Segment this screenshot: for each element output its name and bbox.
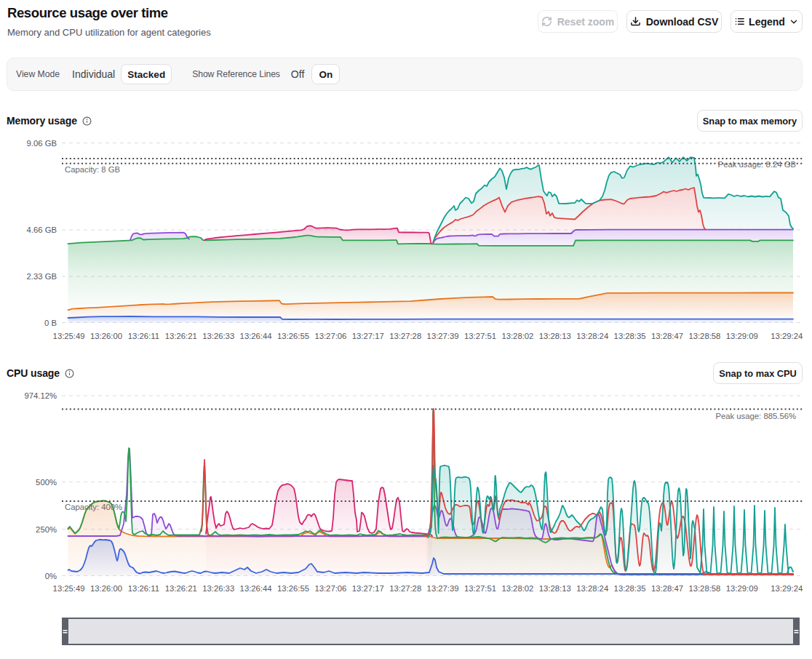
svg-text:13:26:33: 13:26:33 (202, 332, 234, 340)
svg-text:9.06 GB: 9.06 GB (27, 139, 57, 148)
svg-text:Peak usage: 8.24 GB: Peak usage: 8.24 GB (718, 160, 796, 169)
svg-text:13:27:17: 13:27:17 (352, 332, 384, 340)
svg-text:13:28:02: 13:28:02 (501, 332, 533, 340)
svg-text:4.66 GB: 4.66 GB (27, 225, 57, 234)
svg-text:0%: 0% (45, 572, 57, 580)
svg-text:13:26:00: 13:26:00 (90, 332, 122, 340)
svg-text:13:28:24: 13:28:24 (576, 584, 608, 593)
svg-text:13:26:44: 13:26:44 (240, 332, 272, 340)
svg-text:13:28:58: 13:28:58 (688, 584, 720, 593)
svg-text:13:26:21: 13:26:21 (165, 584, 197, 593)
svg-text:250%: 250% (36, 525, 57, 534)
svg-text:13:27:51: 13:27:51 (464, 584, 496, 593)
svg-text:13:27:17: 13:27:17 (352, 584, 384, 593)
svg-text:13:27:39: 13:27:39 (427, 584, 459, 593)
svg-text:Peak usage: 885.56%: Peak usage: 885.56% (715, 412, 796, 420)
svg-text:13:25:49: 13:25:49 (53, 584, 85, 593)
svg-text:13:26:55: 13:26:55 (277, 332, 309, 340)
svg-text:13:26:11: 13:26:11 (128, 584, 159, 593)
svg-text:13:28:47: 13:28:47 (651, 584, 683, 593)
svg-text:2.33 GB: 2.33 GB (27, 272, 57, 281)
svg-text:13:29:09: 13:29:09 (726, 584, 758, 593)
svg-text:13:27:39: 13:27:39 (427, 332, 459, 340)
svg-text:13:26:21: 13:26:21 (165, 332, 197, 340)
svg-text:13:29:09: 13:29:09 (726, 332, 758, 340)
svg-text:13:27:28: 13:27:28 (389, 584, 421, 593)
svg-text:13:28:13: 13:28:13 (539, 584, 571, 593)
svg-text:13:28:02: 13:28:02 (501, 584, 533, 593)
svg-text:13:28:24: 13:28:24 (576, 332, 608, 340)
svg-text:13:28:35: 13:28:35 (614, 332, 646, 340)
svg-text:13:27:06: 13:27:06 (314, 332, 346, 340)
svg-text:13:27:28: 13:27:28 (389, 332, 421, 340)
svg-text:0 B: 0 B (44, 319, 57, 327)
svg-text:13:28:47: 13:28:47 (651, 332, 683, 340)
svg-text:13:29:24: 13:29:24 (771, 332, 803, 340)
svg-text:13:27:51: 13:27:51 (464, 332, 496, 340)
svg-text:13:26:11: 13:26:11 (128, 332, 159, 340)
svg-text:974.12%: 974.12% (24, 391, 57, 400)
svg-text:500%: 500% (36, 478, 57, 487)
svg-text:13:26:55: 13:26:55 (277, 584, 309, 593)
svg-text:Capacity: 400%: Capacity: 400% (65, 503, 122, 511)
svg-text:13:27:06: 13:27:06 (314, 584, 346, 593)
svg-text:13:26:44: 13:26:44 (240, 584, 272, 593)
svg-text:13:28:58: 13:28:58 (688, 332, 720, 340)
svg-text:13:25:49: 13:25:49 (53, 332, 85, 340)
svg-text:13:26:33: 13:26:33 (202, 584, 234, 593)
svg-text:13:28:35: 13:28:35 (614, 584, 646, 593)
svg-text:Capacity: 8 GB: Capacity: 8 GB (65, 165, 120, 174)
svg-text:13:29:24: 13:29:24 (771, 584, 803, 593)
svg-text:13:26:00: 13:26:00 (90, 584, 122, 593)
svg-text:13:28:13: 13:28:13 (539, 332, 571, 340)
